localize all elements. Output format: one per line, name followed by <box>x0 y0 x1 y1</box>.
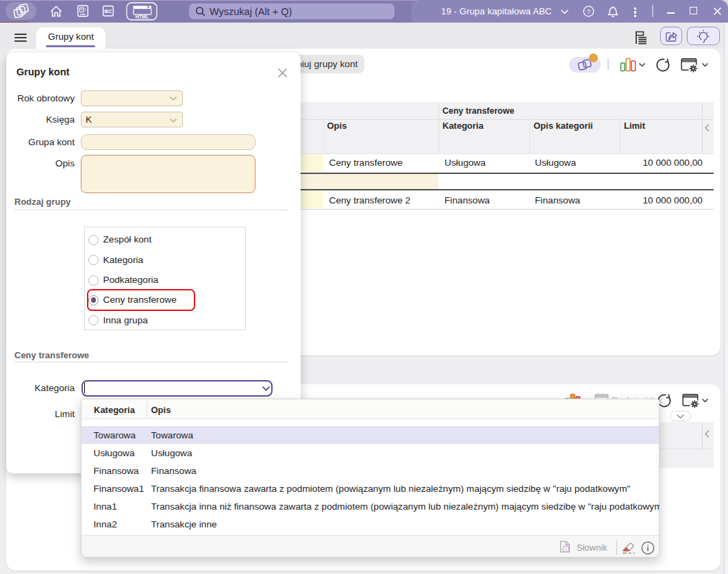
svg-text:BC: BC <box>105 8 112 14</box>
svg-text:?: ? <box>587 8 590 15</box>
svg-text:HTML: HTML <box>136 14 149 19</box>
